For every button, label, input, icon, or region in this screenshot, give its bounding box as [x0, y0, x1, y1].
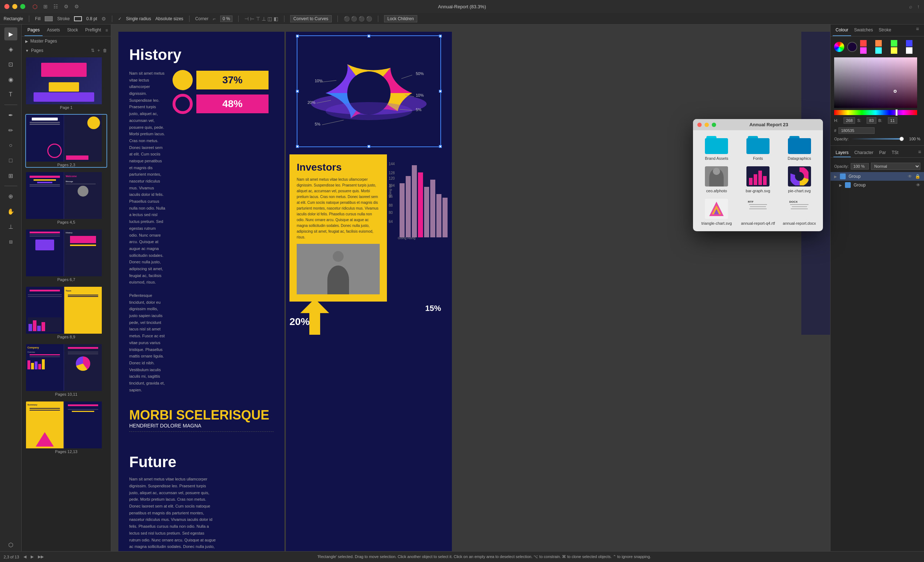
layer-item-group1[interactable]: ▶ Group 👁 🔒: [831, 172, 924, 181]
tab-preflight[interactable]: Preflight: [82, 24, 104, 36]
handle-tl[interactable]: [296, 34, 299, 37]
file-item-rtf[interactable]: RTF annual-report-q4.rtf: [740, 199, 776, 226]
page-thumb-1213[interactable]: Summary Pages 12,13: [25, 401, 107, 454]
fb-minimize[interactable]: [705, 123, 709, 127]
layer-vis-2[interactable]: 👁: [916, 182, 920, 188]
pencil-tool[interactable]: ✏: [4, 124, 17, 137]
nav-next[interactable]: ▶▶: [38, 555, 44, 559]
handle-tm[interactable]: [368, 34, 370, 37]
file-item-fonts[interactable]: Fonts: [740, 136, 776, 160]
tab-swatches[interactable]: Swatches: [851, 24, 876, 36]
current-color-swatch[interactable]: [847, 42, 857, 52]
tab-par[interactable]: Par: [877, 149, 888, 157]
tab-character[interactable]: Character: [852, 149, 876, 157]
page-thumb-67[interactable]: History Pages 6,7: [25, 229, 107, 282]
fill-swatch[interactable]: [45, 16, 53, 21]
shape-tool[interactable]: ○: [4, 139, 17, 152]
blend-mode-select[interactable]: Normal: [871, 163, 920, 170]
layers-menu-icon[interactable]: ≡: [918, 149, 921, 157]
fill-tool[interactable]: ◉: [4, 73, 17, 86]
color-wheel-icon[interactable]: [834, 42, 844, 52]
settings-icon[interactable]: ⚙: [101, 16, 106, 22]
layer-lock-1[interactable]: 🔒: [915, 174, 920, 179]
select-tool[interactable]: ▶: [4, 27, 17, 40]
single-radius-checkbox[interactable]: ✓: [118, 16, 122, 21]
layer-opacity-value[interactable]: 100 %: [851, 163, 869, 170]
hex-input[interactable]: [838, 127, 874, 134]
handle-tr[interactable]: [439, 34, 442, 37]
sort-icon[interactable]: ⇅: [91, 48, 94, 53]
image-tool[interactable]: ⊞: [4, 169, 17, 182]
file-item-datagraphics[interactable]: Datagraphics: [782, 136, 817, 160]
type-tool[interactable]: T: [4, 88, 17, 101]
rectangle-tool[interactable]: □: [4, 154, 17, 167]
swatch-green[interactable]: [891, 40, 897, 46]
master-pages-section[interactable]: ▶ Master Pages: [22, 36, 111, 46]
lock-children-button[interactable]: Lock Children: [384, 15, 417, 22]
toolbar-icon-3[interactable]: ⚙: [64, 4, 69, 9]
close-button[interactable]: [4, 4, 9, 9]
filter-icon[interactable]: ≡: [105, 28, 108, 33]
add-icon[interactable]: +: [98, 48, 100, 53]
toolbar-icon-4[interactable]: ⚙: [74, 4, 79, 9]
zoom-tool[interactable]: ⊕: [4, 190, 17, 203]
page-thumb-1011[interactable]: Company Overview: [25, 344, 107, 397]
page-thumb-45[interactable]: Welcome Message Pages 4,5: [25, 171, 107, 225]
s-value[interactable]: 83: [867, 117, 876, 124]
trash-icon[interactable]: 🗑: [103, 48, 107, 53]
layer-item-group2[interactable]: ▶ Group 👁: [831, 181, 924, 189]
file-item-triangle[interactable]: triangle-chart.svg: [699, 199, 735, 226]
share-icon[interactable]: ↑: [917, 4, 920, 9]
file-item-ceo[interactable]: ceo.afphoto: [699, 166, 735, 193]
color-gradient[interactable]: [834, 57, 917, 108]
toolbar-icon-2[interactable]: ☷: [53, 4, 58, 9]
measure-tool[interactable]: ⊥: [4, 220, 17, 233]
opacity-slider[interactable]: [851, 138, 904, 140]
swatch-magenta[interactable]: [860, 47, 867, 54]
file-item-brand-assets[interactable]: Brand Assets: [699, 136, 735, 160]
page-thumb-89[interactable]: Team Pages 8,9: [25, 286, 107, 340]
hue-slider-handle[interactable]: [896, 109, 898, 116]
convert-to-curves-button[interactable]: Convert to Curves: [290, 15, 332, 22]
swatch-white[interactable]: [906, 47, 912, 54]
tab-stock[interactable]: Stock: [64, 24, 81, 36]
toolbar-icon-1[interactable]: ⊞: [44, 4, 48, 9]
tab-stroke[interactable]: Stroke: [876, 24, 894, 36]
swatch-cyan[interactable]: [875, 47, 882, 54]
file-item-docx[interactable]: DOCX annual-report.docx: [782, 199, 817, 226]
play-icon[interactable]: ▶: [31, 555, 34, 559]
fullscreen-button[interactable]: [20, 4, 25, 9]
hue-slider[interactable]: [834, 110, 917, 115]
fb-close[interactable]: [698, 123, 702, 127]
search-icon[interactable]: ⌕: [909, 4, 912, 9]
layer-vis-1[interactable]: 👁: [908, 174, 912, 179]
swatch-red[interactable]: [860, 40, 867, 46]
swatch-orange[interactable]: [875, 40, 882, 46]
stroke-swatch[interactable]: [74, 16, 82, 21]
panel-menu-icon[interactable]: ≡: [916, 26, 919, 34]
tab-layers[interactable]: Layers: [833, 149, 851, 157]
file-item-bar-graph[interactable]: bar-graph.svg: [740, 166, 776, 193]
tab-pages[interactable]: Pages: [24, 24, 43, 36]
pen-tool[interactable]: ✒: [4, 109, 17, 121]
color-gradient-handle[interactable]: [894, 90, 897, 93]
color-picker-tool[interactable]: ⧆: [4, 235, 17, 248]
crop-tool[interactable]: ⊡: [4, 58, 17, 71]
file-item-pie-chart[interactable]: pie-chart.svg: [782, 166, 817, 193]
minimize-button[interactable]: [12, 4, 17, 9]
pages-section[interactable]: ▼ Pages ⇅ + 🗑: [22, 46, 111, 55]
opacity-handle[interactable]: [900, 137, 904, 141]
swatch-yellow[interactable]: [891, 47, 897, 54]
h-value[interactable]: 268: [843, 117, 855, 124]
tab-tst[interactable]: TSt: [890, 149, 900, 157]
swatch-blue[interactable]: [906, 40, 912, 46]
page-thumb-1[interactable]: Page 1: [25, 57, 107, 111]
pan-tool[interactable]: ✋: [4, 205, 17, 218]
tab-assets[interactable]: Assets: [44, 24, 63, 36]
b-value[interactable]: 11: [888, 117, 897, 124]
fb-fullscreen[interactable]: [712, 123, 716, 127]
node-tool[interactable]: ◈: [4, 43, 17, 55]
tab-colour[interactable]: Colour: [832, 24, 851, 36]
page-thumb-23[interactable]: Pages 2,3: [25, 114, 107, 168]
corner-value[interactable]: 0 %: [220, 15, 233, 22]
